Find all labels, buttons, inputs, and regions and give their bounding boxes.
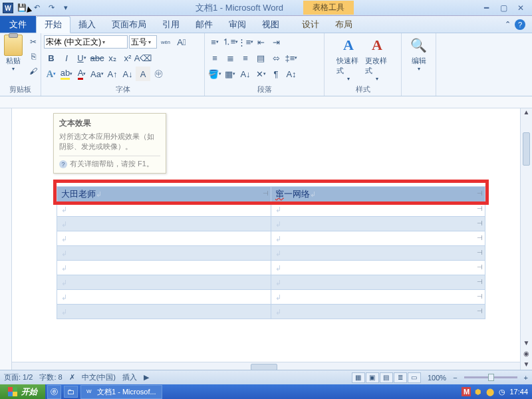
numbering-icon[interactable]: ⒈≡▾ [223, 35, 237, 49]
tab-table-layout[interactable]: 布局 [327, 16, 360, 33]
strikethrough-button[interactable]: abc [90, 51, 104, 65]
tab-insert[interactable]: 插入 [70, 16, 104, 33]
tooltip-title: 文本效果 [59, 118, 160, 129]
font-name-combo[interactable]: 宋体 (中文正文)▾ [44, 35, 128, 49]
enclose-char-icon[interactable]: ㊥ [151, 66, 166, 81]
font-size-combo[interactable]: 五号▾ [129, 35, 157, 49]
horizontal-ruler[interactable] [0, 96, 532, 108]
line-spacing-icon[interactable]: ‡≡▾ [284, 51, 299, 65]
tab-table-design[interactable]: 设计 [294, 16, 327, 33]
align-center-icon[interactable]: ≣ [223, 51, 237, 65]
vertical-scrollbar[interactable]: ▲ ▼ ◉ ▼ [520, 108, 532, 372]
word-table[interactable]: 大田老师↲⊣ 窜一网络↲⊣ ↲↲⊣ ↲↲⊣ ↲↲⊣ ↲↲⊣ ↲↲⊣ ↲↲⊣ ↲↲… [57, 186, 485, 319]
tab-review[interactable]: 审阅 [221, 16, 254, 33]
paste-button[interactable]: 粘贴 ▾ [3, 35, 24, 73]
scroll-down-icon[interactable]: ▼ [521, 339, 532, 350]
find-button[interactable]: 🔍 编辑▾ [406, 35, 432, 73]
tooltip-help: ? 有关详细帮助，请按 F1。 [59, 156, 160, 169]
maximize-button[interactable]: ▢ [497, 3, 509, 13]
change-styles-button[interactable]: A 更改样式▾ [364, 35, 390, 83]
grow-font-icon[interactable]: A↑ [105, 66, 120, 81]
tray-network-icon[interactable]: ◷ [497, 387, 507, 396]
decrease-indent-icon[interactable]: ⇤ [253, 35, 268, 49]
status-page[interactable]: 页面: 1/2 [4, 372, 33, 382]
taskbar-word-document[interactable]: W 文档1 - Microsof... [80, 385, 162, 399]
status-proofing-icon[interactable]: ✗ [69, 373, 75, 382]
tray-shield-icon[interactable]: ⬢ [473, 387, 483, 396]
scroll-thumb[interactable] [523, 132, 530, 166]
taskbar-folder-icon[interactable]: 🗀 [64, 386, 78, 398]
tray-update-icon[interactable]: ⬤ [485, 387, 495, 396]
view-draft-icon[interactable]: ▭ [408, 372, 421, 383]
align-left-icon[interactable]: ≡ [207, 51, 222, 65]
tab-home[interactable]: 开始 [36, 16, 70, 33]
minimize-button[interactable]: ━ [480, 3, 492, 13]
show-marks-icon[interactable]: ¶ [269, 66, 283, 81]
zoom-slider[interactable] [464, 376, 517, 378]
help-icon[interactable]: ? [515, 19, 525, 30]
title-bar: W 💾 ↶ ↷ ▾ ▲ 文档1 - Microsoft Word 表格工具 ━ … [0, 0, 532, 16]
ribbon: 粘贴 ▾ ✂ ⎘ 🖌 剪贴板 宋体 (中文正文)▾ 五号▾ wén A⃞ B [0, 33, 532, 96]
subscript-button[interactable]: x₂ [105, 51, 120, 65]
view-web-icon[interactable]: ▤ [380, 372, 393, 383]
status-macro-icon[interactable]: ▶ [144, 373, 149, 382]
prev-page-icon[interactable]: ◉ [521, 350, 532, 360]
asian-sort-icon[interactable]: ✕▾ [253, 66, 268, 81]
status-insert-mode[interactable]: 插入 [122, 372, 137, 382]
tab-mailings[interactable]: 邮件 [188, 16, 221, 33]
zoom-out-icon[interactable]: − [453, 374, 457, 382]
distribute-icon[interactable]: ⬄ [269, 51, 283, 65]
tab-references[interactable]: 引用 [154, 16, 188, 33]
character-border-icon[interactable]: A⃞ [174, 35, 189, 49]
change-case-icon[interactable]: Aa▾ [90, 66, 104, 81]
justify-icon[interactable]: ▤ [253, 51, 268, 65]
italic-button[interactable]: I [59, 51, 74, 65]
highlight-color-icon[interactable]: ab▾ [59, 66, 74, 81]
increase-indent-icon[interactable]: ⇥ [269, 35, 283, 49]
underline-button[interactable]: U▾ [74, 51, 89, 65]
qat-dropdown-icon[interactable]: ▾ [60, 2, 72, 14]
file-tab[interactable]: 文件 [0, 16, 36, 33]
shrink-font-icon[interactable]: A↓ [120, 66, 135, 81]
tab-page-layout[interactable]: 页面布局 [104, 16, 154, 33]
redo-icon[interactable]: ↷ [45, 2, 57, 14]
sort-icon[interactable]: A↓ [238, 66, 253, 81]
tooltip-body: 对所选文本应用外观效果（如阴影、发光或映像）。 [59, 132, 160, 152]
format-painter-icon[interactable]: 🖌 [26, 64, 41, 78]
quick-styles-button[interactable]: A 快速样式▾ [335, 35, 362, 83]
copy-icon[interactable]: ⎘ [26, 49, 41, 64]
window-controls: ━ ▢ ✕ [475, 3, 532, 13]
multilevel-list-icon[interactable]: ⋮≡▾ [238, 35, 253, 49]
text-effects-icon[interactable]: A▾ [44, 66, 59, 81]
clear-formatting-icon[interactable]: A⌫ [136, 51, 150, 65]
borders-icon[interactable]: ▦▾ [223, 66, 237, 81]
vertical-ruler[interactable] [0, 108, 12, 372]
asian-layout-icon[interactable]: A↕ [284, 66, 299, 81]
tab-view[interactable]: 视图 [254, 16, 287, 33]
zoom-level[interactable]: 100% [428, 374, 446, 382]
status-words[interactable]: 字数: 8 [39, 372, 62, 382]
view-print-layout-icon[interactable]: ▦ [352, 372, 365, 383]
align-right-icon[interactable]: ≡ [238, 51, 253, 65]
status-language[interactable]: 中文(中国) [82, 372, 116, 382]
shading-icon[interactable]: 🪣▾ [207, 66, 222, 81]
ribbon-minimize-icon[interactable]: ⌃ [505, 20, 511, 29]
taskbar-ie-icon[interactable]: ⓔ [47, 385, 61, 399]
cut-icon[interactable]: ✂ [26, 35, 41, 49]
bold-button[interactable]: B [44, 51, 59, 65]
zoom-in-icon[interactable]: + [524, 374, 528, 382]
status-bar: 页面: 1/2 字数: 8 ✗ 中文(中国) 插入 ▶ ▦ ▣ ▤ ≣ ▭ 10… [0, 370, 532, 384]
close-button[interactable]: ✕ [515, 3, 527, 13]
bullets-icon[interactable]: ≡▾ [207, 35, 222, 49]
font-color-icon[interactable]: A▾ [74, 66, 89, 81]
start-button[interactable]: 开始 [0, 384, 46, 400]
view-outline-icon[interactable]: ≣ [394, 372, 407, 383]
superscript-button[interactable]: x² [120, 51, 135, 65]
phonetic-guide-icon[interactable]: wén [158, 35, 173, 49]
scroll-up-icon[interactable]: ▲ [521, 108, 532, 119]
char-shading-icon[interactable]: A [136, 66, 150, 81]
document-title: 文档1 - Microsoft Word [196, 2, 283, 14]
view-full-screen-icon[interactable]: ▣ [366, 372, 379, 383]
ime-icon[interactable]: M [462, 387, 471, 396]
tray-clock[interactable]: 17:44 [509, 388, 528, 396]
